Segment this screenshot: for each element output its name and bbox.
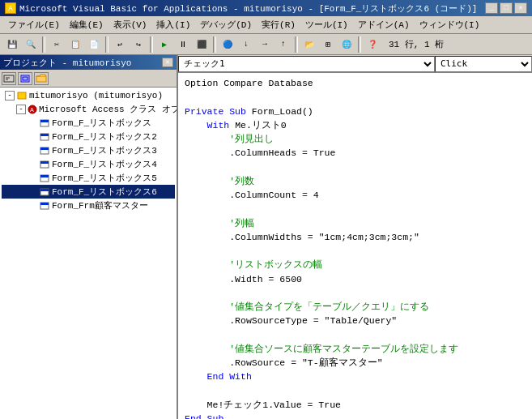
position-label: 31 行, 1 桁 — [389, 38, 444, 50]
project-toolbar — [0, 70, 177, 88]
svg-rect-16 — [40, 161, 49, 164]
tree-form5-label: Form_F_リストボックス5 — [52, 172, 157, 184]
code-line-18 — [185, 328, 526, 342]
svg-rect-18 — [40, 175, 49, 177]
svg-rect-5 — [36, 76, 46, 82]
menu-addin[interactable]: アドイン(A) — [353, 18, 415, 32]
run-button[interactable]: ▶ — [155, 36, 173, 53]
code-line-10: '列幅 — [185, 216, 526, 230]
minimize-button[interactable]: _ — [485, 2, 498, 14]
paste-button[interactable]: 📄 — [85, 36, 103, 53]
code-line-16: '値集合タイプを「テーブル／クエリ」にする — [185, 300, 526, 314]
tree-form6[interactable]: Form_F_リストボックス6 — [2, 185, 175, 199]
code-line-20: .RowSource = "T-顧客マスター" — [185, 356, 526, 370]
view-object-button[interactable] — [18, 72, 32, 85]
project-tree[interactable]: - mitumorisyo (mitumorisyo) - A Microsof… — [0, 88, 177, 419]
step-into-button[interactable]: ↓ — [237, 36, 255, 53]
code-line-5: .ColumnHeads = True — [185, 146, 526, 160]
code-line-21: End With — [185, 370, 526, 383]
svg-rect-12 — [40, 134, 49, 136]
undo-button[interactable]: ↩ — [111, 36, 129, 53]
code-line-9 — [185, 202, 526, 216]
code-toolbar: チェック1 Click — [178, 55, 532, 73]
code-line-17: .RowSourceType = "Table/Query" — [185, 314, 526, 327]
menu-view[interactable]: 表示(V) — [109, 18, 152, 32]
close-button[interactable]: ✕ — [514, 2, 527, 14]
breakpoint-button[interactable]: 🔵 — [219, 36, 236, 53]
code-line-15 — [185, 286, 526, 300]
project-panel-close[interactable]: ✕ — [162, 58, 173, 67]
tree-form1-label: Form_F_リストボックス — [52, 117, 151, 129]
form4-icon — [39, 159, 50, 170]
copy-button[interactable]: 📋 — [66, 36, 84, 53]
toggle-folders-button[interactable] — [34, 72, 49, 85]
menu-debug[interactable]: デバッグ(D) — [195, 18, 257, 32]
event-selector[interactable]: Click — [435, 56, 532, 72]
tree-form6-label: Form_F_リストボックス6 — [52, 186, 157, 198]
step-out-button[interactable]: ↑ — [275, 36, 292, 53]
stop-button[interactable]: ⬛ — [193, 36, 211, 53]
pause-button[interactable]: ⏸ — [174, 36, 192, 53]
code-line-3: With Me.リスト0 — [185, 118, 526, 132]
separator-3 — [150, 36, 153, 53]
tree-form-customer-label: Form_Frm顧客マスター — [52, 199, 148, 212]
code-line-24: End Sub — [185, 412, 526, 419]
object-browser-button[interactable]: 🌐 — [338, 36, 355, 53]
object-selector[interactable]: チェック1 — [178, 56, 435, 72]
redo-button[interactable]: ↪ — [130, 36, 147, 53]
code-line-14: .Width = 6500 — [185, 272, 526, 286]
separator-1 — [42, 36, 45, 53]
window-controls[interactable]: _ □ ✕ — [485, 2, 527, 14]
menu-file[interactable]: ファイル(E) — [3, 18, 65, 32]
expand-access-icon: - — [16, 105, 26, 114]
title-text: Microsoft Visual Basic for Applications … — [19, 2, 482, 15]
code-line-4: '列見出し — [185, 132, 526, 146]
separator-4 — [213, 36, 216, 53]
code-line-23: Me!チェック1.Value = True — [185, 398, 526, 412]
code-line-2: Private Sub Form_Load() — [185, 105, 526, 118]
form3-icon — [39, 145, 50, 156]
access-icon: A — [28, 104, 37, 115]
code-line-22 — [185, 384, 526, 398]
code-line-1 — [185, 90, 526, 104]
tree-access-classes[interactable]: - A Microsoft Access クラス オブ... — [2, 102, 175, 116]
separator-6 — [358, 36, 361, 53]
tree-form4[interactable]: Form_F_リストボックス4 — [2, 157, 175, 171]
cut-button[interactable]: ✂ — [48, 36, 66, 53]
svg-rect-20 — [40, 189, 49, 191]
project-explorer-button[interactable]: 📂 — [300, 36, 318, 53]
save-button[interactable]: 💾 — [3, 36, 21, 53]
step-over-button[interactable]: → — [256, 36, 274, 53]
menu-tools[interactable]: ツール(I) — [300, 18, 353, 32]
menu-edit[interactable]: 編集(E) — [65, 18, 109, 32]
code-line-8: .ColumnCount = 4 — [185, 188, 526, 202]
help-button[interactable]: ❓ — [364, 36, 381, 53]
properties-button[interactable]: ⊞ — [319, 36, 337, 53]
project-title-bar: プロジェクト - mitumorisyo ✕ — [0, 55, 177, 70]
find-button[interactable]: 🔍 — [22, 36, 40, 53]
tree-form5[interactable]: Form_F_リストボックス5 — [2, 171, 175, 185]
svg-rect-10 — [40, 120, 49, 122]
svg-rect-22 — [40, 203, 49, 205]
title-bar: A Microsoft Visual Basic for Application… — [0, 0, 532, 16]
tree-form1[interactable]: Form_F_リストボックス — [2, 116, 175, 130]
form5-icon — [39, 173, 50, 184]
tree-form2[interactable]: Form_F_リストボックス2 — [2, 130, 175, 143]
menu-window[interactable]: ウィンドウ(I) — [415, 18, 485, 32]
menu-insert[interactable]: 挿入(I) — [151, 18, 195, 32]
view-code-button[interactable] — [2, 72, 16, 85]
menu-run[interactable]: 実行(R) — [257, 18, 300, 32]
code-line-12 — [185, 244, 526, 258]
code-editor[interactable]: Option Compare Database Private Sub Form… — [178, 73, 532, 419]
app-icon: A — [5, 2, 16, 14]
tree-form3[interactable]: Form_F_リストボックス3 — [2, 143, 175, 157]
form6-icon — [39, 186, 50, 198]
svg-text:A: A — [30, 106, 34, 113]
maximize-button[interactable]: □ — [500, 2, 513, 14]
tree-form-customer[interactable]: Form_Frm顧客マスター — [2, 199, 175, 212]
svg-rect-0 — [4, 75, 14, 82]
code-line-13: 'リストボックスの幅 — [185, 258, 526, 271]
code-line-19: '値集合ソースに顧客マスターテーブルを設定します — [185, 342, 526, 356]
tree-root-label: mitumorisyo (mitumorisyo) — [29, 91, 163, 100]
tree-root[interactable]: - mitumorisyo (mitumorisyo) — [2, 89, 175, 102]
